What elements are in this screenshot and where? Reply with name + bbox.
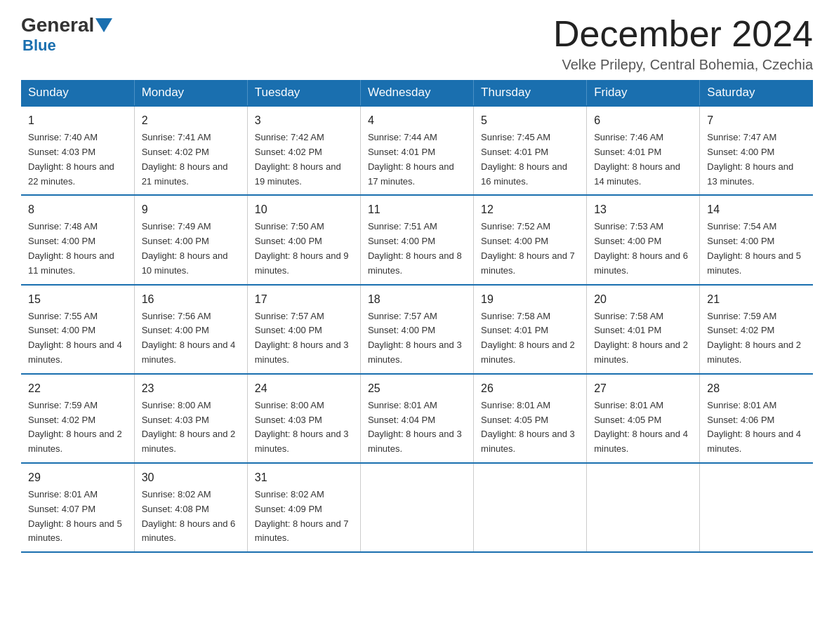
month-year-title: December 2024 (553, 14, 813, 54)
day-number: 30 (142, 469, 240, 486)
calendar-day-cell: 7Sunrise: 7:47 AMSunset: 4:00 PMDaylight… (700, 106, 813, 195)
calendar-day-cell (360, 463, 473, 552)
calendar-day-cell: 20Sunrise: 7:58 AMSunset: 4:01 PMDayligh… (587, 285, 700, 374)
calendar-day-cell: 28Sunrise: 8:01 AMSunset: 4:06 PMDayligh… (700, 374, 813, 463)
day-number: 11 (368, 201, 466, 218)
calendar-day-cell: 11Sunrise: 7:51 AMSunset: 4:00 PMDayligh… (360, 195, 473, 284)
calendar-day-header: Tuesday (247, 80, 360, 106)
day-info: Sunrise: 8:01 AMSunset: 4:04 PMDaylight:… (368, 400, 462, 454)
calendar-day-cell: 26Sunrise: 8:01 AMSunset: 4:05 PMDayligh… (474, 374, 587, 463)
calendar-day-cell: 1Sunrise: 7:40 AMSunset: 4:03 PMDaylight… (21, 106, 134, 195)
calendar-day-cell: 8Sunrise: 7:48 AMSunset: 4:00 PMDaylight… (21, 195, 134, 284)
title-block: December 2024 Velke Prilepy, Central Boh… (553, 14, 813, 73)
day-info: Sunrise: 8:02 AMSunset: 4:08 PMDaylight:… (142, 489, 236, 543)
calendar-day-cell: 14Sunrise: 7:54 AMSunset: 4:00 PMDayligh… (700, 195, 813, 284)
calendar-day-cell: 21Sunrise: 7:59 AMSunset: 4:02 PMDayligh… (700, 285, 813, 374)
logo-general-text: General (21, 14, 94, 36)
day-number: 21 (707, 291, 806, 308)
day-info: Sunrise: 7:40 AMSunset: 4:03 PMDaylight:… (28, 132, 114, 186)
calendar-day-cell: 23Sunrise: 8:00 AMSunset: 4:03 PMDayligh… (134, 374, 247, 463)
calendar-day-cell: 12Sunrise: 7:52 AMSunset: 4:00 PMDayligh… (474, 195, 587, 284)
day-info: Sunrise: 7:54 AMSunset: 4:00 PMDaylight:… (707, 221, 801, 275)
day-number: 7 (707, 112, 806, 129)
day-number: 1 (28, 112, 127, 129)
day-info: Sunrise: 8:00 AMSunset: 4:03 PMDaylight:… (142, 400, 236, 454)
calendar-day-cell: 25Sunrise: 8:01 AMSunset: 4:04 PMDayligh… (360, 374, 473, 463)
calendar-day-cell: 3Sunrise: 7:42 AMSunset: 4:02 PMDaylight… (247, 106, 360, 195)
calendar-day-cell: 30Sunrise: 8:02 AMSunset: 4:08 PMDayligh… (134, 463, 247, 552)
day-info: Sunrise: 8:00 AMSunset: 4:03 PMDaylight:… (255, 400, 349, 454)
calendar-week-row: 15Sunrise: 7:55 AMSunset: 4:00 PMDayligh… (21, 285, 813, 374)
calendar-day-cell: 22Sunrise: 7:59 AMSunset: 4:02 PMDayligh… (21, 374, 134, 463)
day-info: Sunrise: 7:46 AMSunset: 4:01 PMDaylight:… (594, 132, 680, 186)
calendar-day-cell (587, 463, 700, 552)
day-number: 17 (255, 291, 353, 308)
calendar-table: SundayMondayTuesdayWednesdayThursdayFrid… (21, 80, 813, 553)
calendar-day-cell: 29Sunrise: 8:01 AMSunset: 4:07 PMDayligh… (21, 463, 134, 552)
day-number: 23 (142, 380, 240, 397)
calendar-day-cell: 17Sunrise: 7:57 AMSunset: 4:00 PMDayligh… (247, 285, 360, 374)
day-number: 27 (594, 380, 692, 397)
calendar-day-cell (474, 463, 587, 552)
day-number: 16 (142, 291, 240, 308)
day-info: Sunrise: 7:55 AMSunset: 4:00 PMDaylight:… (28, 311, 122, 365)
day-info: Sunrise: 7:41 AMSunset: 4:02 PMDaylight:… (142, 132, 228, 186)
day-info: Sunrise: 7:53 AMSunset: 4:00 PMDaylight:… (594, 221, 688, 275)
day-info: Sunrise: 7:58 AMSunset: 4:01 PMDaylight:… (594, 311, 688, 365)
calendar-day-cell: 13Sunrise: 7:53 AMSunset: 4:00 PMDayligh… (587, 195, 700, 284)
day-number: 15 (28, 291, 127, 308)
day-number: 14 (707, 201, 806, 218)
calendar-day-cell: 19Sunrise: 7:58 AMSunset: 4:01 PMDayligh… (474, 285, 587, 374)
day-info: Sunrise: 7:45 AMSunset: 4:01 PMDaylight:… (481, 132, 567, 186)
day-number: 10 (255, 201, 353, 218)
day-info: Sunrise: 7:42 AMSunset: 4:02 PMDaylight:… (255, 132, 341, 186)
day-number: 29 (28, 469, 127, 486)
day-number: 4 (368, 112, 466, 129)
day-info: Sunrise: 8:01 AMSunset: 4:05 PMDaylight:… (481, 400, 575, 454)
calendar-day-cell: 10Sunrise: 7:50 AMSunset: 4:00 PMDayligh… (247, 195, 360, 284)
day-number: 6 (594, 112, 692, 129)
calendar-day-cell: 27Sunrise: 8:01 AMSunset: 4:05 PMDayligh… (587, 374, 700, 463)
day-info: Sunrise: 7:57 AMSunset: 4:00 PMDaylight:… (368, 311, 462, 365)
page-header: General Blue December 2024 Velke Prilepy… (21, 14, 813, 73)
day-number: 19 (481, 291, 579, 308)
day-number: 5 (481, 112, 579, 129)
calendar-day-cell: 2Sunrise: 7:41 AMSunset: 4:02 PMDaylight… (134, 106, 247, 195)
day-info: Sunrise: 7:52 AMSunset: 4:00 PMDaylight:… (481, 221, 575, 275)
day-info: Sunrise: 7:59 AMSunset: 4:02 PMDaylight:… (28, 400, 122, 454)
calendar-week-row: 8Sunrise: 7:48 AMSunset: 4:00 PMDaylight… (21, 195, 813, 284)
day-number: 8 (28, 201, 127, 218)
day-info: Sunrise: 7:58 AMSunset: 4:01 PMDaylight:… (481, 311, 575, 365)
calendar-day-cell: 4Sunrise: 7:44 AMSunset: 4:01 PMDaylight… (360, 106, 473, 195)
calendar-day-cell: 18Sunrise: 7:57 AMSunset: 4:00 PMDayligh… (360, 285, 473, 374)
day-info: Sunrise: 8:01 AMSunset: 4:06 PMDaylight:… (707, 400, 801, 454)
day-number: 9 (142, 201, 240, 218)
location-subtitle: Velke Prilepy, Central Bohemia, Czechia (553, 57, 813, 73)
day-number: 28 (707, 380, 806, 397)
day-number: 31 (255, 469, 353, 486)
day-info: Sunrise: 7:57 AMSunset: 4:00 PMDaylight:… (255, 311, 349, 365)
calendar-day-header: Monday (134, 80, 247, 106)
calendar-day-cell: 5Sunrise: 7:45 AMSunset: 4:01 PMDaylight… (474, 106, 587, 195)
logo: General Blue (21, 14, 114, 55)
day-info: Sunrise: 7:49 AMSunset: 4:00 PMDaylight:… (142, 221, 228, 275)
day-number: 12 (481, 201, 579, 218)
day-info: Sunrise: 7:44 AMSunset: 4:01 PMDaylight:… (368, 132, 454, 186)
calendar-day-header: Friday (587, 80, 700, 106)
day-info: Sunrise: 8:02 AMSunset: 4:09 PMDaylight:… (255, 489, 349, 543)
day-number: 22 (28, 380, 127, 397)
day-number: 18 (368, 291, 466, 308)
day-info: Sunrise: 7:47 AMSunset: 4:00 PMDaylight:… (707, 132, 793, 186)
day-number: 13 (594, 201, 692, 218)
day-number: 20 (594, 291, 692, 308)
calendar-header-row: SundayMondayTuesdayWednesdayThursdayFrid… (21, 80, 813, 106)
day-info: Sunrise: 8:01 AMSunset: 4:05 PMDaylight:… (594, 400, 688, 454)
day-info: Sunrise: 7:56 AMSunset: 4:00 PMDaylight:… (142, 311, 236, 365)
day-info: Sunrise: 8:01 AMSunset: 4:07 PMDaylight:… (28, 489, 122, 543)
day-number: 24 (255, 380, 353, 397)
calendar-day-cell: 15Sunrise: 7:55 AMSunset: 4:00 PMDayligh… (21, 285, 134, 374)
calendar-day-cell: 16Sunrise: 7:56 AMSunset: 4:00 PMDayligh… (134, 285, 247, 374)
day-number: 3 (255, 112, 353, 129)
calendar-day-header: Sunday (21, 80, 134, 106)
calendar-week-row: 1Sunrise: 7:40 AMSunset: 4:03 PMDaylight… (21, 106, 813, 195)
